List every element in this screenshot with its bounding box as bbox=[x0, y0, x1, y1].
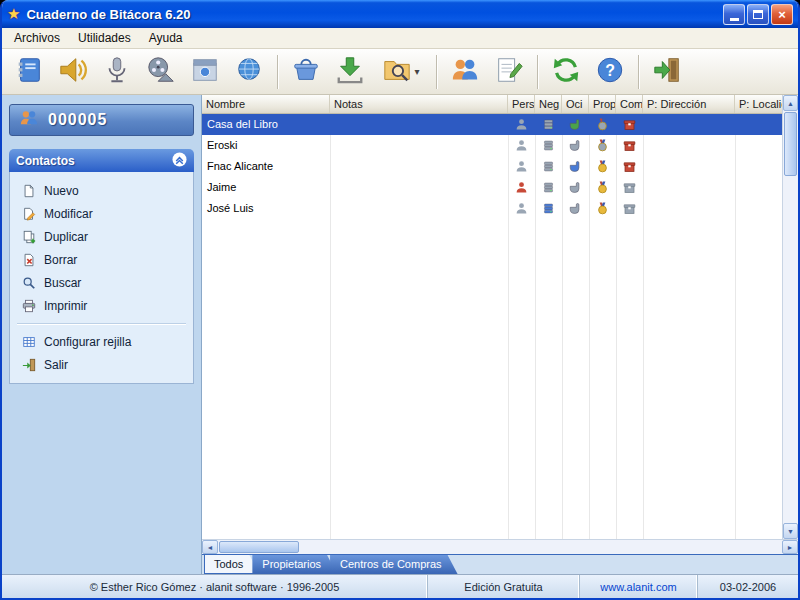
contacts-section: Contactos NuevoModificarDuplicarBorrarBu… bbox=[9, 149, 194, 384]
contacts-section-header[interactable]: Contactos bbox=[9, 149, 194, 172]
column-header-prop[interactable]: Prop bbox=[589, 95, 616, 113]
maximize-icon bbox=[753, 10, 763, 19]
close-button[interactable]: × bbox=[771, 4, 793, 25]
status-date: 03-02-2006 bbox=[698, 575, 798, 598]
column-header-nombre[interactable]: Nombre bbox=[202, 95, 330, 113]
scroll-down-icon[interactable]: ▼ bbox=[783, 523, 798, 539]
vertical-scroll-track[interactable] bbox=[783, 177, 798, 523]
cell-direccion bbox=[643, 177, 735, 198]
column-header-p-direccion[interactable]: P: Dirección bbox=[643, 95, 735, 113]
medal-icon bbox=[589, 114, 616, 135]
help-button[interactable]: ? bbox=[589, 52, 631, 92]
sounds-button[interactable] bbox=[52, 52, 94, 92]
tab-todos[interactable]: Todos bbox=[204, 555, 259, 574]
table-row-jose-luis[interactable]: José Luis bbox=[202, 198, 782, 219]
refresh-button[interactable] bbox=[545, 52, 587, 92]
notes-button[interactable] bbox=[488, 52, 530, 92]
action-label: Modificar bbox=[44, 207, 93, 221]
website-link[interactable]: www.alanit.com bbox=[580, 575, 698, 598]
copy-icon bbox=[21, 230, 36, 244]
cell-nombre: José Luis bbox=[202, 198, 330, 219]
sounds-icon bbox=[58, 55, 88, 89]
horizontal-scroll-track[interactable] bbox=[300, 540, 782, 554]
cell-notas bbox=[330, 177, 508, 198]
app-icon: ★ bbox=[7, 5, 20, 23]
person-icon bbox=[508, 114, 535, 135]
action-buscar[interactable]: Buscar bbox=[14, 271, 189, 294]
search-files-icon bbox=[382, 55, 412, 89]
menu-archivos[interactable]: Archivos bbox=[6, 29, 68, 47]
medal-icon bbox=[589, 177, 616, 198]
record-number: 000005 bbox=[48, 111, 107, 129]
toolbar-separator bbox=[537, 55, 538, 89]
horizontal-scrollbar[interactable]: ◄ ► bbox=[202, 539, 798, 554]
cell-localidad bbox=[735, 177, 782, 198]
content-area: NombreNotasPersNegOciPropComP: Dirección… bbox=[202, 95, 798, 574]
action-imprimir[interactable]: Imprimir bbox=[14, 294, 189, 317]
horizontal-scroll-thumb[interactable] bbox=[219, 541, 299, 553]
tab-centros-de-compras[interactable]: Centros de Compras bbox=[330, 555, 458, 574]
column-header-oci[interactable]: Oci bbox=[562, 95, 589, 113]
search-files-button[interactable]: ▾ bbox=[373, 52, 429, 92]
basket-button[interactable] bbox=[285, 52, 327, 92]
video-icon bbox=[146, 55, 176, 89]
database-icon bbox=[535, 135, 562, 156]
cell-localidad bbox=[735, 114, 782, 135]
action-modificar[interactable]: Modificar bbox=[14, 202, 189, 225]
cell-notas bbox=[330, 114, 508, 135]
record-icon bbox=[102, 55, 132, 89]
exit-button[interactable] bbox=[646, 52, 688, 92]
cell-notas bbox=[330, 135, 508, 156]
status-bar: © Esther Rico Gómez · alanit software · … bbox=[2, 574, 798, 598]
action-salir[interactable]: Salir bbox=[14, 353, 189, 376]
cell-localidad bbox=[735, 156, 782, 177]
search-icon bbox=[21, 276, 36, 290]
scroll-right-icon[interactable]: ► bbox=[782, 540, 798, 554]
dropdown-arrow-icon[interactable]: ▾ bbox=[414, 66, 419, 77]
medal-icon bbox=[589, 156, 616, 177]
column-header-notas[interactable]: Notas bbox=[330, 95, 508, 113]
minimize-button[interactable] bbox=[723, 4, 745, 25]
record-button[interactable] bbox=[96, 52, 138, 92]
scroll-up-icon[interactable]: ▲ bbox=[783, 95, 798, 111]
action-duplicar[interactable]: Duplicar bbox=[14, 225, 189, 248]
tab-propietarios[interactable]: Propietarios bbox=[252, 555, 337, 574]
grid-icon bbox=[21, 335, 36, 349]
vertical-scroll-thumb[interactable] bbox=[784, 112, 797, 176]
column-header-pers[interactable]: Pers bbox=[508, 95, 535, 113]
action-nuevo[interactable]: Nuevo bbox=[14, 179, 189, 202]
column-header-p-localidad[interactable]: P: Localidad bbox=[735, 95, 782, 113]
action-borrar[interactable]: Borrar bbox=[14, 248, 189, 271]
cell-nombre: Casa del Libro bbox=[202, 114, 330, 135]
collapse-icon[interactable] bbox=[172, 152, 187, 170]
database-icon bbox=[535, 156, 562, 177]
table-row-jaime[interactable]: Jaime bbox=[202, 177, 782, 198]
medal-icon bbox=[589, 135, 616, 156]
del-icon bbox=[21, 253, 36, 267]
menu-ayuda[interactable]: Ayuda bbox=[141, 29, 191, 47]
menu-utilidades[interactable]: Utilidades bbox=[70, 29, 139, 47]
diary-button[interactable] bbox=[8, 52, 50, 92]
import-icon bbox=[335, 55, 365, 89]
web-button[interactable] bbox=[228, 52, 270, 92]
cell-direccion bbox=[643, 156, 735, 177]
action-configurar-rejilla[interactable]: Configurar rejilla bbox=[14, 330, 189, 353]
import-button[interactable] bbox=[329, 52, 371, 92]
hand-icon bbox=[562, 198, 589, 219]
grid-header: NombreNotasPersNegOciPropComP: Dirección… bbox=[202, 95, 782, 114]
table-row-eroski[interactable]: Eroski bbox=[202, 135, 782, 156]
cell-notas bbox=[330, 198, 508, 219]
section-title: Contactos bbox=[16, 154, 75, 168]
maximize-button[interactable] bbox=[747, 4, 769, 25]
software-button[interactable] bbox=[184, 52, 226, 92]
contacts-button[interactable] bbox=[444, 52, 486, 92]
sidebar: 000005 Contactos NuevoModificarDuplicarB… bbox=[2, 95, 202, 574]
column-header-com[interactable]: Com bbox=[616, 95, 643, 113]
table-row-fnac-alicante[interactable]: Fnac Alicante bbox=[202, 156, 782, 177]
video-button[interactable] bbox=[140, 52, 182, 92]
column-header-neg[interactable]: Neg bbox=[535, 95, 562, 113]
action-label: Borrar bbox=[44, 253, 77, 267]
vertical-scrollbar[interactable]: ▲ ▼ bbox=[782, 95, 798, 539]
table-row-casa-del-libro[interactable]: Casa del Libro bbox=[202, 114, 782, 135]
scroll-left-icon[interactable]: ◄ bbox=[202, 540, 218, 554]
